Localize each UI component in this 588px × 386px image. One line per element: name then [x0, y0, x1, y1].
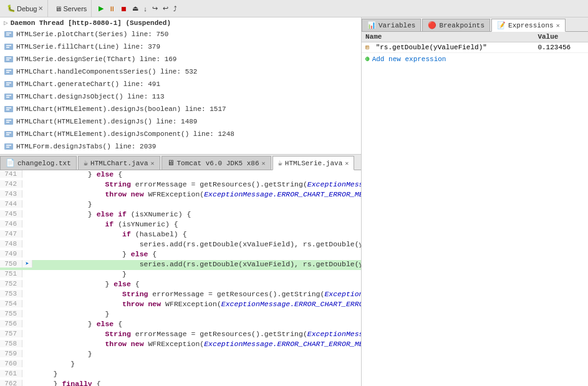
line-number: 747 — [0, 230, 22, 238]
stepinto-icon: ↓ — [143, 5, 147, 12]
stack-frame[interactable]: HTMLForm.designJsTabs() line: 2039 — [0, 140, 361, 153]
right-tab-rtab-breakpoints[interactable]: 🔴 Breakpoints — [422, 19, 490, 31]
debug-close-icon[interactable]: ✕ — [38, 5, 43, 12]
line-content: String errorMessage = getResources().get… — [32, 290, 361, 298]
debug-section: 🐛 Debug ✕ — [2, 0, 48, 17]
stack-frame[interactable]: HTMLChart.handleComponentsSeries() line:… — [0, 65, 361, 78]
dropframe-button[interactable]: ⤴ — [171, 4, 179, 14]
expression-value: 0.123456 — [534, 42, 588, 53]
right-panel: 📊 Variables 🔴 Breakpoints 📝 Expressions … — [362, 17, 588, 386]
resume-button[interactable]: ▶ — [97, 3, 105, 14]
right-tab-rtab-variables[interactable]: 📊 Variables — [362, 19, 421, 31]
line-number: 742 — [0, 180, 22, 188]
disconnect-button[interactable]: ⏏ — [130, 3, 140, 14]
stepover-icon: ↪ — [152, 4, 158, 12]
left-panel: ▷ Daemon Thread [http-8080-1] (Suspended… — [0, 17, 362, 386]
editor-tab-tab-htmlchart[interactable]: ☕ HTMLChart.java ✕ — [78, 156, 160, 170]
expressions-body: ⊞ "rs.getDouble(yValueField)" 0.123456 — [362, 42, 588, 53]
code-line: 759 } — [0, 350, 361, 360]
editor-tab-tab-tomcat[interactable]: 🖥 Tomcat v6.0 JDK5 x86 ✕ — [161, 156, 271, 170]
stack-frame[interactable]: HTMLChart(HTMLElement).designJsComponent… — [0, 128, 361, 140]
code-line: 746 if (isYNumeric) { — [0, 220, 361, 230]
stack-frame[interactable]: HTMLChart.generateChart() line: 491 — [0, 78, 361, 90]
stack-frame-text: HTMLSerie.fillChart(Line) line: 379 — [16, 43, 160, 51]
code-line: 754 throw new WFRException(ExceptionMess… — [0, 300, 361, 310]
tab-close-icon[interactable]: ✕ — [345, 160, 349, 167]
toolbar: 🐛 Debug ✕ 🖥 Servers ▶ ⏸ ⏹ ⏏ ↓ ↪ ↩ — [0, 0, 588, 17]
servers-button[interactable]: 🖥 Servers — [53, 4, 89, 14]
svg-rect-15 — [4, 94, 13, 100]
code-line: 749 } else { — [0, 250, 361, 260]
disconnect-icon: ⏏ — [132, 4, 138, 12]
line-content: String errorMessage = getResources().get… — [32, 180, 361, 188]
line-content: } else { — [32, 170, 361, 178]
line-number: 744 — [0, 200, 22, 208]
stop-button[interactable]: ⏹ — [118, 4, 129, 14]
code-line: 748 series.add(rs.getDouble(xValueField)… — [0, 240, 361, 250]
svg-rect-3 — [4, 44, 13, 50]
main-layout: ▷ Daemon Thread [http-8080-1] (Suspended… — [0, 17, 588, 386]
stack-frame-text: HTMLForm.designJsTabs() line: 2039 — [16, 143, 156, 150]
line-content: if (hasLabel) { — [32, 230, 361, 238]
stack-frame[interactable]: HTMLSerie.fillChart(Line) line: 379 — [0, 41, 361, 53]
line-number: 757 — [0, 330, 22, 337]
suspend-button[interactable]: ⏸ — [107, 4, 117, 14]
tab-label: changelog.txt — [17, 160, 71, 167]
editor-tab-tab-changelog[interactable]: 📄 changelog.txt — [0, 156, 77, 170]
code-line: 760 } — [0, 360, 361, 370]
expression-name: ⊞ "rs.getDouble(yValueField)" — [362, 42, 534, 53]
code-line: 747 if (hasLabel) { — [0, 230, 361, 240]
servers-label: Servers — [63, 5, 87, 12]
svg-rect-21 — [4, 118, 13, 125]
line-content: } else if (isXNumeric) { — [32, 210, 361, 218]
line-content: throw new WFRException(ExceptionMessage.… — [32, 300, 361, 308]
stepinto-button[interactable]: ↓ — [142, 4, 149, 14]
code-line: 762 } finally { — [0, 380, 361, 386]
line-number: 750 — [0, 260, 22, 268]
stepover-button[interactable]: ↪ — [150, 3, 160, 14]
line-number: 756 — [0, 320, 22, 327]
debug-button[interactable]: 🐛 Debug ✕ — [5, 3, 45, 14]
right-tab-rtab-expressions[interactable]: 📝 Expressions ✕ — [491, 19, 566, 32]
tab-close-icon[interactable]: ✕ — [150, 160, 154, 167]
stack-frame[interactable]: HTMLChart(HTMLElement).designJs(boolean)… — [0, 103, 361, 115]
line-content: } else { — [32, 320, 361, 328]
stepreturn-button[interactable]: ↩ — [161, 3, 170, 14]
stack-area[interactable]: ▷ Daemon Thread [http-8080-1] (Suspended… — [0, 17, 361, 155]
stack-frame[interactable]: HTMLChart.designJsObject() line: 113 — [0, 90, 361, 103]
stack-frame-icon — [4, 79, 14, 89]
stack-frame[interactable]: HTMLChart(HTMLElement).designJs() line: … — [0, 115, 361, 128]
line-number: 761 — [0, 370, 22, 377]
line-number: 752 — [0, 280, 22, 287]
thread-icon: ▷ — [4, 19, 8, 27]
svg-rect-12 — [4, 81, 13, 87]
stack-frame-text: HTMLChart(HTMLElement).designJs() line: … — [16, 118, 197, 125]
right-tab-close-icon[interactable]: ✕ — [556, 22, 560, 29]
expression-row[interactable]: ⊞ "rs.getDouble(yValueField)" 0.123456 — [362, 42, 588, 53]
line-number: 751 — [0, 270, 22, 277]
code-editor[interactable]: 741 } else { 742 String errorMessage = g… — [0, 170, 361, 386]
code-line: 741 } else { — [0, 170, 361, 180]
right-tab-label: Variables — [378, 22, 415, 29]
stack-frames: HTMLSerie.plotChart(Series) line: 750 HT… — [0, 28, 361, 153]
line-content: } — [32, 270, 361, 278]
editor-tabs: 📄 changelog.txt ☕ HTMLChart.java ✕ 🖥 Tom… — [0, 156, 355, 170]
line-number: 753 — [0, 290, 22, 297]
stack-frame-icon — [4, 104, 14, 114]
stack-frame-text: HTMLSerie.designSerie(TChart) line: 169 — [16, 55, 176, 63]
svg-rect-0 — [4, 31, 13, 37]
line-content: series.add(rs.getDouble(xValueField), rs… — [32, 260, 361, 268]
line-content: } — [32, 200, 361, 208]
value-column-header: Value — [534, 32, 588, 42]
add-expression-button[interactable]: ⊕ Add new expression — [362, 53, 588, 65]
tab-close-icon[interactable]: ✕ — [262, 160, 266, 167]
stack-frame[interactable]: HTMLSerie.designSerie(TChart) line: 169 — [0, 53, 361, 65]
line-number: 760 — [0, 360, 22, 367]
line-number: 741 — [0, 170, 22, 178]
code-line: 755 } — [0, 310, 361, 320]
stack-frame-text: HTMLChart(HTMLElement).designJs(boolean)… — [16, 105, 226, 113]
editor-tab-tab-htmlserie[interactable]: ☕ HTMLSerie.java ✕ — [272, 156, 355, 170]
stack-frame[interactable]: HTMLSerie.plotChart(Series) line: 750 — [0, 28, 361, 41]
code-line: 756 } else { — [0, 320, 361, 330]
stack-frame-text: HTMLSerie.plotChart(Series) line: 750 — [16, 31, 168, 38]
